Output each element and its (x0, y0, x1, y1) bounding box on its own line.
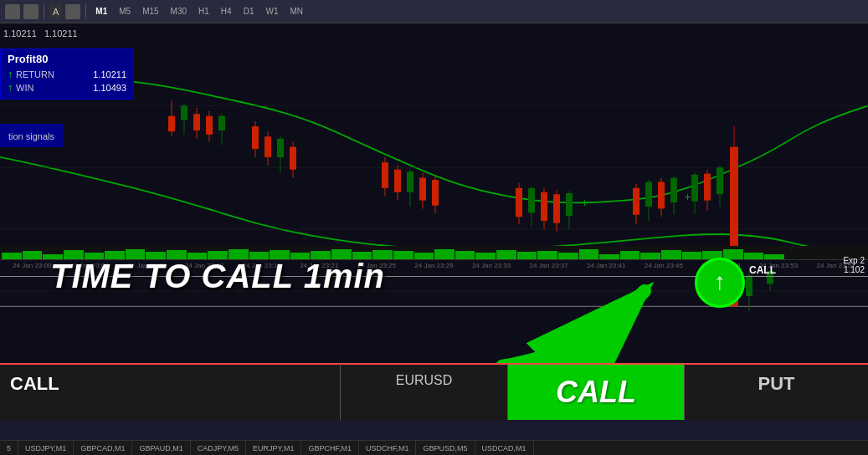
return-value: 1.10211 (93, 69, 126, 79)
sym-tab-gbpaud[interactable]: GBPAUD,M1 (132, 441, 190, 455)
timeframe-h4[interactable]: H4 (217, 5, 236, 18)
svg-text:+: + (582, 196, 588, 209)
green-arrow (485, 274, 670, 363)
svg-rect-22 (290, 147, 296, 170)
crosshair-icon[interactable] (23, 4, 39, 19)
info-title: Profit80 (8, 53, 126, 65)
cursor-icon[interactable] (5, 4, 20, 19)
svg-rect-47 (645, 181, 652, 207)
win-arrow-icon: ↑ (8, 82, 13, 94)
time-label: 24 Jan 23:37 (520, 262, 578, 269)
time-label: 24 Jan 23:29 (405, 262, 463, 269)
up-arrow-icon: ↑ (714, 270, 726, 294)
timeframe-m5[interactable]: M5 (115, 5, 135, 18)
svg-rect-16 (252, 126, 259, 149)
toolbar: A M1 M5 M15 M30 H1 H4 D1 W1 MN (0, 0, 868, 23)
timeframe-mn[interactable]: MN (285, 5, 307, 18)
svg-rect-56 (704, 174, 711, 201)
svg-rect-58 (716, 167, 723, 194)
price-label: 1.10211 1.10211 (3, 28, 78, 38)
timeframe-m15[interactable]: M15 (138, 5, 162, 18)
bottom-eurusd-section: EURUSD (341, 363, 508, 420)
win-label: WIN (16, 83, 33, 93)
svg-rect-12 (206, 116, 213, 135)
timeframe-h1[interactable]: H1 (194, 5, 213, 18)
svg-rect-30 (419, 178, 426, 201)
time-label: 24 Jan 23:45 (635, 262, 693, 269)
signals-label: tion signals (8, 131, 54, 141)
info-box: Profit80 ↑ RETURN 1.10211 ↑ WIN 1.10493 (0, 49, 134, 100)
svg-rect-14 (218, 116, 225, 130)
bottom-call-section: CALL (0, 363, 341, 420)
toolbar-separator (44, 4, 44, 19)
bottom-call-label: CALL (10, 373, 59, 395)
svg-rect-42 (566, 193, 573, 216)
sym-tab-cadjpy[interactable]: CADJPY,M5 (191, 441, 246, 455)
sym-tab-gbpusd[interactable]: GBPUSD,M5 (416, 441, 475, 455)
bottom-signal-bar: CALL EURUSD CALL PUT (0, 363, 868, 420)
marker-icon[interactable] (65, 4, 80, 19)
sym-tab-eurjpy[interactable]: EURJPY,M1 (246, 441, 301, 455)
svg-rect-49 (658, 181, 665, 208)
text-tool[interactable]: A (49, 5, 62, 18)
svg-text:+: + (685, 189, 691, 202)
svg-rect-32 (432, 180, 439, 206)
svg-rect-8 (181, 105, 187, 120)
sym-tab-gbpcad[interactable]: GBPCAD,M1 (74, 441, 132, 455)
svg-rect-26 (394, 170, 401, 192)
call-chart-label: CALL (749, 264, 776, 276)
svg-rect-40 (553, 194, 560, 222)
svg-rect-10 (193, 114, 200, 130)
win-value: 1.10493 (93, 83, 126, 93)
bottom-put-section: PUT (684, 363, 868, 420)
timeframe-w1[interactable]: W1 (261, 5, 282, 18)
signal-circle: ↑ (695, 258, 745, 308)
timeframe-m30[interactable]: M30 (167, 5, 191, 18)
timeframe-m1[interactable]: M1 (91, 5, 111, 18)
svg-rect-6 (168, 116, 175, 131)
time-label: 24 Jan 23:33 (463, 262, 521, 269)
timeframe-d1[interactable]: D1 (239, 5, 259, 18)
sym-tab-usdcad[interactable]: USDCAD,M1 (475, 441, 534, 455)
toolbar-separator-2 (85, 4, 86, 19)
svg-rect-24 (382, 162, 388, 188)
time-to-call-text: TIME TO CALL 1min (50, 258, 385, 295)
svg-rect-45 (633, 188, 639, 215)
put-label: PUT (758, 373, 795, 395)
sym-tab-usdchf[interactable]: USDCHF,M1 (359, 441, 417, 455)
svg-rect-38 (541, 192, 547, 221)
sym-tab-5[interactable]: 5 (0, 441, 18, 455)
return-arrow-icon: ↑ (8, 69, 13, 80)
svg-rect-34 (516, 188, 522, 217)
svg-rect-28 (407, 171, 413, 192)
svg-rect-20 (277, 139, 284, 157)
bottom-green-call-button[interactable]: CALL (508, 363, 684, 420)
chart-area: 1.10211 1.10211 (0, 23, 868, 363)
svg-rect-36 (528, 188, 535, 213)
svg-rect-18 (265, 136, 271, 157)
green-call-label: CALL (556, 375, 636, 410)
eurusd-label: EURUSD (396, 373, 453, 388)
svg-rect-51 (670, 178, 677, 203)
return-label: RETURN (16, 69, 54, 79)
svg-rect-54 (691, 175, 698, 202)
sym-tab-usdjpy[interactable]: USDJPY,M1 (18, 441, 74, 455)
symbol-tabs: 5 USDJPY,M1 GBPCAD,M1 GBPAUD,M1 CADJPY,M… (0, 440, 868, 455)
signals-box: tion signals (0, 124, 63, 147)
sym-tab-gbpchf[interactable]: GBPCHF,M1 (301, 441, 359, 455)
svg-rect-62 (746, 275, 752, 296)
time-label: 24 Jan 23:41 (578, 262, 635, 269)
exp-label: Exp 2 1.102 (843, 256, 865, 274)
